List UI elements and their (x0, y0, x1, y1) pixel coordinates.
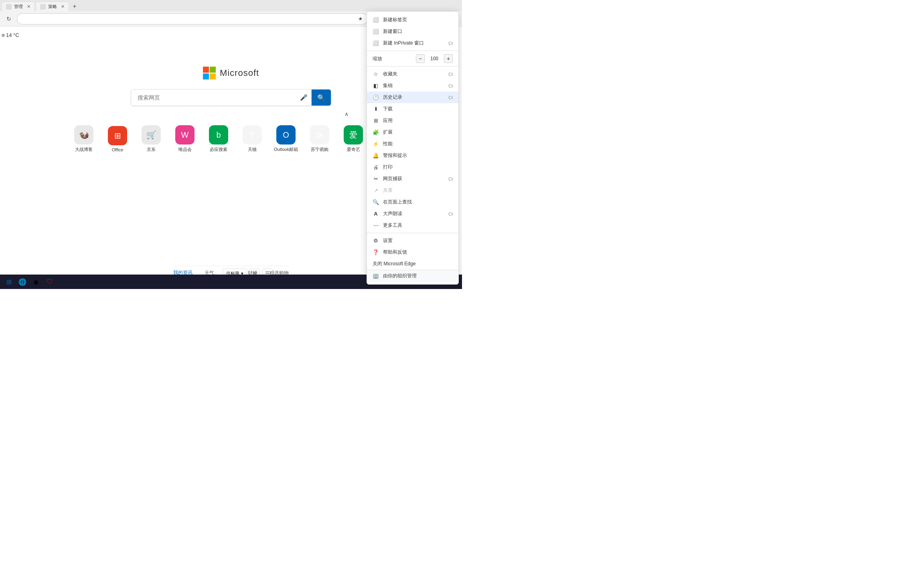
readloud-shortcut: Ct (448, 212, 453, 216)
menu-settings[interactable]: ⚙ 设置 (367, 235, 458, 246)
menu-readloud[interactable]: A 大声朗读 Ct (367, 208, 458, 220)
performance-menu-label: 性能 (383, 140, 453, 147)
menu-favorites[interactable]: ☆ 收藏夹 Ct (367, 68, 458, 80)
collections-shortcut: Ct (448, 83, 453, 88)
inprivate-shortcut: Ct (448, 41, 453, 46)
help-menu-label: 帮助和反馈 (383, 249, 407, 256)
webcapture-menu-icon: ✂ (373, 176, 379, 182)
zoom-minus-button[interactable]: − (416, 54, 425, 63)
history-shortcut: Ct (448, 95, 453, 100)
menu-history[interactable]: 🕐 历史记录 Ct (367, 92, 458, 103)
settings-menu-label: 设置 (383, 237, 393, 244)
webcapture-menu-label: 网页捕获 (383, 175, 444, 182)
settings-menu-icon: ⚙ (373, 238, 379, 244)
menu-close-edge[interactable]: 关闭 Microsoft Edge (367, 258, 458, 270)
taskbar-edge[interactable]: 🌐 (17, 276, 28, 287)
find-menu-label: 在页面上查找 (383, 199, 453, 206)
zoom-value: 100 (428, 56, 441, 61)
alerts-menu-label: 警报和提示 (383, 152, 453, 159)
new-tab-menu-icon: ⬜ (373, 17, 379, 23)
apps-menu-icon: ⊞ (373, 118, 379, 124)
print-menu-label: 打印 (383, 164, 453, 171)
org-managed-label: 由你的组织管理 (383, 273, 417, 279)
menu-webcapture[interactable]: ✂ 网页捕获 Ct (367, 173, 458, 185)
menu-alerts[interactable]: 🔔 警报和提示 (367, 150, 458, 161)
performance-menu-icon: ⚡ (373, 141, 379, 147)
org-managed-icon: 🏢 (373, 273, 379, 279)
share-menu-label: 共享 (383, 187, 453, 194)
menu-sep-1 (367, 51, 458, 51)
zoom-plus-button[interactable]: + (444, 54, 453, 63)
taskbar-security[interactable]: 🛡 (44, 276, 55, 287)
print-menu-icon: 🖨 (373, 164, 379, 171)
new-tab-menu-label: 新建标签页 (383, 16, 453, 23)
menu-sep-3 (367, 233, 458, 233)
extensions-menu-icon: 🧩 (373, 129, 379, 136)
menu-downloads[interactable]: ⬇ 下载 (367, 103, 458, 115)
webcapture-shortcut: Ct (448, 177, 453, 181)
menu-moretools[interactable]: ⋯ 更多工具 (367, 220, 458, 231)
alerts-menu-icon: 🔔 (373, 153, 379, 159)
menu-find[interactable]: 🔍 在页面上查找 (367, 196, 458, 208)
browser-frame: 管理 ✕ 策略 ✕ + ↻ ★ 👤 ⬡ ◯ 🛡 ☆ ◧ … 14 °C (0, 0, 462, 289)
menu-inprivate[interactable]: ⬜ 新建 InPrivate 窗口 Ct (367, 37, 458, 49)
menu-extensions[interactable]: 🧩 扩展 (367, 126, 458, 138)
close-edge-label: 关闭 Microsoft Edge (373, 261, 415, 267)
taskbar-chrome[interactable]: ◉ (30, 276, 42, 287)
menu-new-tab[interactable]: ⬜ 新建标签页 (367, 14, 458, 26)
collections-menu-icon: ◧ (373, 83, 379, 89)
context-menu-overlay[interactable]: ⬜ 新建标签页 ⬜ 新建窗口 ⬜ 新建 InPrivate 窗口 Ct 缩放 −… (0, 0, 462, 275)
readloud-menu-icon: A (373, 211, 379, 217)
taskbar-windows[interactable]: ⊞ (3, 276, 14, 287)
menu-sep-2 (367, 66, 458, 67)
menu-share: ↗ 共享 (367, 185, 458, 196)
inprivate-menu-label: 新建 InPrivate 窗口 (383, 40, 444, 47)
share-menu-icon: ↗ (373, 187, 379, 194)
zoom-label: 缩放 (373, 55, 413, 62)
context-menu: ⬜ 新建标签页 ⬜ 新建窗口 ⬜ 新建 InPrivate 窗口 Ct 缩放 −… (367, 11, 459, 285)
downloads-menu-label: 下载 (383, 106, 453, 112)
apps-menu-label: 应用 (383, 117, 453, 124)
moretools-menu-icon: ⋯ (373, 222, 379, 229)
menu-apps[interactable]: ⊞ 应用 (367, 115, 458, 126)
menu-collections[interactable]: ◧ 集锦 Ct (367, 80, 458, 92)
menu-print[interactable]: 🖨 打印 (367, 161, 458, 173)
moretools-menu-label: 更多工具 (383, 222, 453, 229)
menu-new-window[interactable]: ⬜ 新建窗口 (367, 26, 458, 37)
favorites-menu-icon: ☆ (373, 71, 379, 77)
history-menu-label: 历史记录 (383, 94, 444, 101)
favorites-shortcut: Ct (448, 72, 453, 77)
extensions-menu-label: 扩展 (383, 129, 453, 136)
menu-help[interactable]: ❓ 帮助和反馈 (367, 246, 458, 258)
menu-performance[interactable]: ⚡ 性能 (367, 138, 458, 150)
history-menu-icon: 🕐 (373, 94, 379, 101)
new-window-menu-label: 新建窗口 (383, 28, 453, 35)
help-menu-icon: ❓ (373, 249, 379, 256)
downloads-menu-icon: ⬇ (373, 106, 379, 112)
favorites-menu-label: 收藏夹 (383, 71, 444, 77)
find-menu-icon: 🔍 (373, 199, 379, 206)
inprivate-menu-icon: ⬜ (373, 40, 379, 47)
collections-menu-label: 集锦 (383, 82, 444, 89)
menu-zoom-row: 缩放 − 100 + (367, 53, 458, 65)
readloud-menu-label: 大声朗读 (383, 210, 444, 217)
menu-org-managed: 🏢 由你的组织管理 (367, 270, 458, 282)
new-window-menu-icon: ⬜ (373, 28, 379, 35)
